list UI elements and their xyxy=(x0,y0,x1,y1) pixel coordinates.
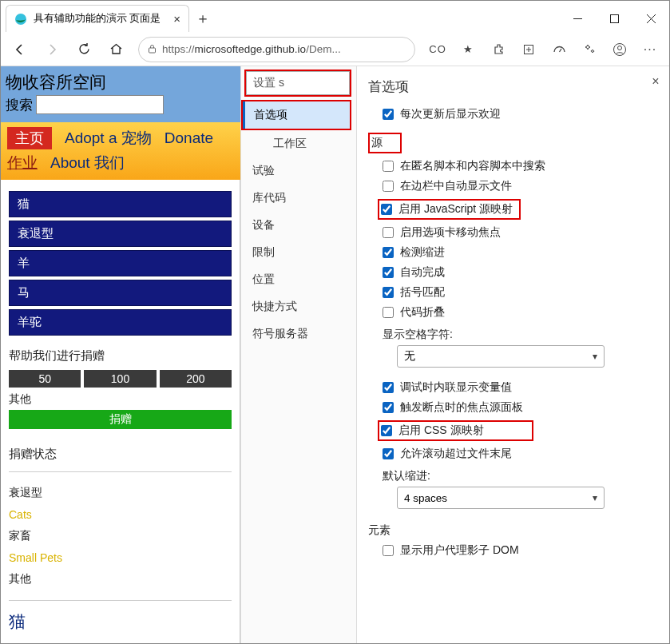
sparkle-icon[interactable] xyxy=(575,36,604,63)
focus-source-checkbox[interactable]: 触发断点时的焦点源面板 xyxy=(383,400,666,415)
whitespace-select[interactable]: 无 ▾ xyxy=(397,345,605,368)
maximize-button[interactable] xyxy=(596,5,632,32)
extensions-icon[interactable] xyxy=(484,36,513,63)
sidebar-item-locations[interactable]: 位置 xyxy=(241,266,356,293)
settings-sidebar: 首选项 工作区 试验 库代码 设备 限制 位置 快捷方式 符号服务器 xyxy=(241,66,357,643)
sidebar-item-experiments[interactable]: 试验 xyxy=(241,157,356,185)
category-list: 猫 衰退型 羊 马 羊驼 xyxy=(9,191,232,336)
donate-other[interactable]: 其他 xyxy=(9,392,232,407)
sources-section: 源 xyxy=(368,133,666,153)
menu-icon[interactable]: ··· xyxy=(636,36,664,63)
sidebar-item-throttling[interactable]: 限制 xyxy=(241,239,356,266)
profile-icon[interactable] xyxy=(605,36,634,63)
status-item: Small Pets xyxy=(9,547,232,568)
status-title: 捐赠状态 xyxy=(9,447,232,462)
scroll-past-checkbox[interactable]: 允许滚动超过文件末尾 xyxy=(383,447,666,461)
whitespace-label: 显示空格字符: xyxy=(383,328,666,342)
collections-icon[interactable] xyxy=(514,36,543,63)
nav-about[interactable]: About 我们 xyxy=(50,153,125,173)
category-item[interactable]: 羊 xyxy=(9,250,232,276)
code-fold-checkbox[interactable]: 代码折叠 xyxy=(383,305,666,320)
performance-icon[interactable] xyxy=(545,36,573,63)
section-heading: 猫 xyxy=(9,610,232,633)
search-anon-checkbox[interactable]: 在匿名脚本和内容脚本中搜索 xyxy=(383,159,666,173)
forward-button xyxy=(38,36,66,63)
bracket-match-checkbox[interactable]: 括号匹配 xyxy=(383,285,666,300)
sidebar-item-library[interactable]: 库代码 xyxy=(241,185,356,212)
status-item: 衰退型 xyxy=(9,482,232,504)
svg-point-0 xyxy=(15,14,26,25)
category-item[interactable]: 衰退型 xyxy=(9,221,232,247)
sidebar-item-workspace[interactable]: 工作区 xyxy=(241,130,356,157)
refresh-button[interactable] xyxy=(69,36,98,63)
tab-focus-checkbox[interactable]: 启用选项卡移动焦点 xyxy=(383,225,666,240)
settings-search-input[interactable] xyxy=(246,71,350,95)
chevron-down-icon: ▾ xyxy=(593,492,597,503)
minimize-button[interactable] xyxy=(559,5,596,32)
donate-50[interactable]: 50 xyxy=(9,370,81,388)
home-button[interactable] xyxy=(101,36,130,63)
auto-reveal-checkbox[interactable]: 在边栏中自动显示文件 xyxy=(383,179,666,193)
inline-vars-checkbox[interactable]: 调试时内联显示变量值 xyxy=(383,380,666,395)
chevron-down-icon: ▾ xyxy=(593,351,597,362)
css-sourcemap-checkbox[interactable]: 启用 CSS 源映射 xyxy=(381,423,484,438)
svg-rect-5 xyxy=(149,48,156,53)
autocomplete-checkbox[interactable]: 自动完成 xyxy=(383,265,666,280)
donate-button[interactable]: 捐赠 xyxy=(9,410,232,429)
sidebar-item-symbol[interactable]: 符号服务器 xyxy=(241,320,356,348)
svg-rect-2 xyxy=(610,14,618,22)
category-item[interactable]: 猫 xyxy=(9,191,232,217)
nav-adopt[interactable]: Adopt a 宠物 xyxy=(65,128,152,149)
page-title: 物收容所空间 xyxy=(6,71,236,93)
svg-point-11 xyxy=(618,46,622,50)
donate-200[interactable]: 200 xyxy=(160,370,232,388)
indent-label: 默认缩进: xyxy=(383,469,666,483)
svg-line-9 xyxy=(559,49,561,52)
sidebar-item-preferences[interactable]: 首选项 xyxy=(243,101,350,129)
close-icon[interactable]: × xyxy=(173,12,180,26)
browser-tab[interactable]: 具有辅助功能的演示 页面是 × xyxy=(6,5,189,32)
category-item[interactable]: 马 xyxy=(9,280,232,306)
elements-section: 元素 xyxy=(368,523,666,538)
search-label: 搜索 xyxy=(6,96,33,114)
detect-indent-checkbox[interactable]: 检测缩进 xyxy=(383,245,666,260)
close-settings-button[interactable]: × xyxy=(647,73,664,90)
main-nav: 主页 Adopt a 宠物 Donate 作业 About 我们 xyxy=(1,122,240,180)
lock-icon xyxy=(147,44,157,54)
nav-home[interactable]: 主页 xyxy=(7,127,52,149)
indent-select[interactable]: 4 spaces ▾ xyxy=(397,487,605,509)
nav-jobs[interactable]: 作业 xyxy=(7,153,38,173)
welcome-checkbox[interactable]: 每次更新后显示欢迎 xyxy=(383,107,666,121)
status-item: 家畜 xyxy=(9,525,232,547)
close-window-button[interactable] xyxy=(632,5,669,32)
url-text: https://microsoftedge.github.io/Dem... xyxy=(162,43,341,55)
donate-title: 帮助我们进行捐赠 xyxy=(9,348,232,364)
ua-shadow-checkbox[interactable]: 显示用户代理影子 DOM xyxy=(383,543,666,558)
status-item: Cats xyxy=(9,504,232,525)
copilot-indicator[interactable]: CO xyxy=(423,36,452,63)
sidebar-item-devices[interactable]: 设备 xyxy=(241,212,356,239)
page-content: 物收容所空间 搜索 主页 Adopt a 宠物 Donate 作业 About … xyxy=(1,66,240,643)
status-item: 其他 xyxy=(9,568,232,590)
settings-main: 首选项 每次更新后显示欢迎 源 在匿名脚本和内容脚本中搜索 在边栏中自动显示文件… xyxy=(357,66,669,643)
search-input[interactable] xyxy=(36,95,164,114)
category-item[interactable]: 羊驼 xyxy=(9,309,232,336)
edge-icon xyxy=(14,13,27,26)
address-bar[interactable]: https://microsoftedge.github.io/Dem... xyxy=(138,37,415,62)
donate-100[interactable]: 100 xyxy=(84,370,156,388)
js-sourcemap-checkbox[interactable]: 启用 JavaScript 源映射 xyxy=(381,202,513,217)
settings-title: 首选项 xyxy=(368,78,666,96)
new-tab-button[interactable]: ＋ xyxy=(189,6,216,30)
favorite-icon[interactable]: ★ xyxy=(454,36,482,63)
tab-title: 具有辅助功能的演示 页面是 xyxy=(34,12,161,26)
sidebar-item-shortcuts[interactable]: 快捷方式 xyxy=(241,293,356,320)
back-button[interactable] xyxy=(6,36,34,63)
devtools-panel: 首选项 工作区 试验 库代码 设备 限制 位置 快捷方式 符号服务器 首选项 每… xyxy=(240,66,669,643)
nav-donate[interactable]: Donate xyxy=(165,129,213,147)
